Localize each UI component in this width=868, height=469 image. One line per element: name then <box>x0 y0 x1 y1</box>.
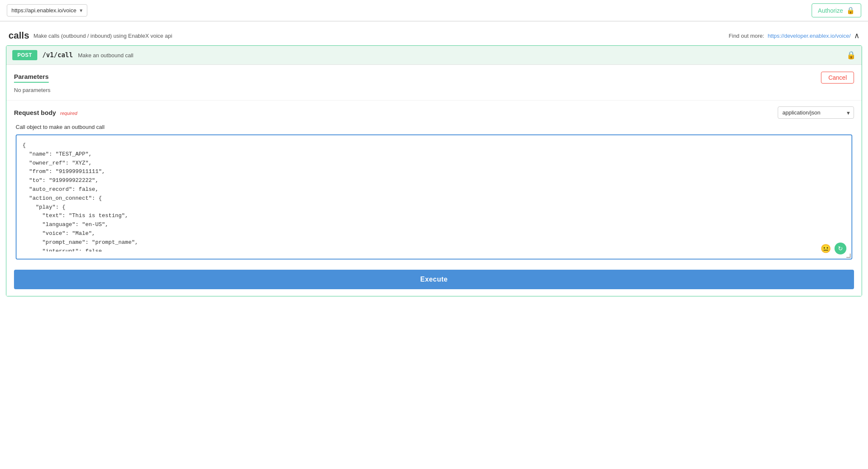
calls-title: calls <box>8 30 29 41</box>
editor-actions: 😐 ↻ <box>821 243 846 254</box>
collapse-arrow-icon[interactable]: ∧ <box>854 31 860 40</box>
endpoint-summary: Make an outbound call <box>78 52 134 59</box>
call-object-description: Call object to make an outbound call <box>14 124 854 130</box>
params-title: Parameters <box>14 73 49 83</box>
find-out-more-label: Find out more: <box>729 33 764 39</box>
resize-handle[interactable] <box>846 254 851 258</box>
find-out-more: Find out more: https://developer.enablex… <box>729 31 860 40</box>
params-section: Parameters Cancel No parameters <box>6 64 862 100</box>
method-badge: POST <box>12 50 37 60</box>
json-editor-wrapper: { "name": "TEST_APP", "owner_ref": "XYZ"… <box>16 134 852 260</box>
endpoint-path: /v1/call <box>42 51 73 59</box>
required-badge: required <box>60 111 77 116</box>
cancel-button[interactable]: Cancel <box>821 72 854 84</box>
url-selector[interactable]: https://api.enablex.io/voice ▾ <box>7 4 87 17</box>
json-editor[interactable]: { "name": "TEST_APP", "owner_ref": "XYZ"… <box>22 141 846 251</box>
parameters-section: Parameters Cancel No parameters Request … <box>6 64 862 296</box>
request-body-section: Request body required application/json C… <box>6 100 862 265</box>
no-params-text: No parameters <box>14 87 854 93</box>
content-type-wrapper[interactable]: application/json <box>778 106 854 119</box>
url-text: https://api.enablex.io/voice <box>11 7 76 14</box>
refresh-button[interactable]: ↻ <box>835 243 846 254</box>
endpoint-header[interactable]: POST /v1/call Make an outbound call 🔒 <box>6 46 862 64</box>
authorize-label: Authorize <box>818 7 843 14</box>
request-body-title: Request body <box>14 109 56 116</box>
execute-section: Execute <box>6 265 862 296</box>
endpoint-lock-icon: 🔒 <box>846 50 856 60</box>
params-header: Parameters Cancel <box>14 72 854 84</box>
calls-title-area: calls Make calls (outbound / inbound) us… <box>8 30 172 41</box>
content-type-select[interactable]: application/json <box>778 106 854 119</box>
request-body-title-area: Request body required <box>14 109 77 116</box>
calls-description: Make calls (outbound / inbound) using En… <box>33 33 172 39</box>
chevron-down-icon: ▾ <box>80 7 83 14</box>
find-out-more-link[interactable]: https://developer.enablex.io/voice/ <box>768 33 851 39</box>
request-body-header: Request body required application/json <box>14 106 854 119</box>
authorize-button[interactable]: Authorize 🔒 <box>812 3 861 17</box>
calls-section-header: calls Make calls (outbound / inbound) us… <box>0 22 868 45</box>
endpoint-container: POST /v1/call Make an outbound call 🔒 Pa… <box>6 45 862 296</box>
emoji-button[interactable]: 😐 <box>821 243 831 254</box>
top-bar: https://api.enablex.io/voice ▾ Authorize… <box>0 0 868 21</box>
execute-button[interactable]: Execute <box>14 270 854 289</box>
lock-icon: 🔒 <box>846 6 855 14</box>
